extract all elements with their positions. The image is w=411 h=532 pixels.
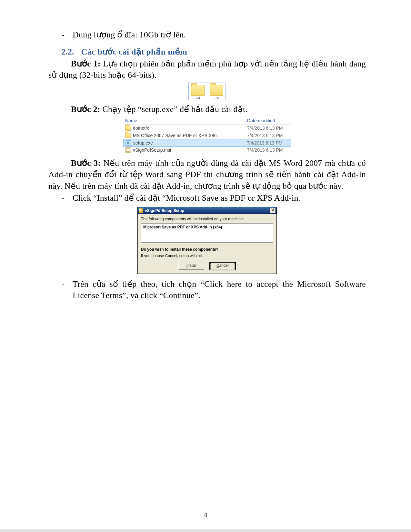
step3-sub-a-text: Click “Install” để cài đặt “Microsoft Sa… — [73, 192, 300, 204]
step3-sub-a: - Click “Install” để cài đặt “Microsoft … — [48, 192, 366, 204]
step3-paragraph: Bước 3: Nếu trên máy tính của người dùng… — [48, 157, 366, 191]
folder-label: x64 — [190, 96, 206, 100]
dialog-titlebar: vSignPdfSetup Setup ✕ — [138, 207, 276, 214]
exe-icon — [125, 140, 131, 146]
section-number: 2.2. — [61, 47, 79, 57]
step3-sub-b-text: Trên cửa sổ tiếp theo, tích chọn “Click … — [73, 278, 366, 301]
filelist: Name Date modified dotnetfx7/4/2013 6:13… — [123, 117, 291, 154]
dialog-cancel-note: If you choose Cancel, setup will exit. — [141, 254, 273, 258]
step1-paragraph: Bước 1: Lựa chọn phiên bản phần mềm phù … — [48, 58, 366, 81]
setup-dialog: vSignPdfSetup Setup ✕ The following comp… — [137, 207, 277, 274]
page-number: 4 — [0, 511, 411, 519]
figure-folders: x64 x86 — [48, 83, 366, 100]
step2-label: Bước 2: — [71, 105, 100, 114]
folder-icon — [191, 85, 205, 96]
filelist-row[interactable]: MS Office 2007 Save as PDF or XPS X867/4… — [123, 132, 291, 139]
bullet-text: Dung lượng ổ đĩa: 10Gb trở lên. — [73, 29, 186, 40]
filelist-row[interactable]: setup.exe7/4/2013 6:13 PM — [123, 139, 291, 147]
component-list: Microsoft Save as PDF or XPS Add-in (x64… — [141, 223, 273, 243]
dialog-body: The following components will be install… — [138, 214, 276, 274]
header-name: Name — [125, 118, 247, 123]
filelist-filename: MS Office 2007 Save as PDF or XPS X86 — [133, 133, 217, 138]
step1-label: Bước 1: — [71, 59, 101, 68]
bullet-dash: - — [48, 29, 73, 40]
installer-icon — [139, 208, 143, 213]
figure-filelist: Name Date modified dotnetfx7/4/2013 6:13… — [48, 117, 366, 154]
filelist-date-cell: 7/4/2013 6:13 PM — [247, 147, 289, 153]
folder-icon — [125, 133, 131, 138]
filelist-row[interactable]: vSignPdfSetup.msi7/4/2013 6:13 PM — [123, 146, 291, 154]
step2-text: Chạy tệp “setup.exe” để bắt đầu cài đặt. — [100, 105, 247, 114]
filelist-filename: setup.exe — [133, 140, 153, 146]
dialog-button-row: Install Cancel — [141, 262, 273, 270]
filelist-date-cell: 7/4/2013 6:13 PM — [247, 140, 289, 146]
cancel-button[interactable]: Cancel — [209, 262, 236, 270]
step2-paragraph: Bước 2: Chạy tệp “setup.exe” để bắt đầu … — [48, 104, 366, 115]
filelist-filename: vSignPdfSetup.msi — [133, 147, 171, 153]
step3-label: Bước 3: — [71, 158, 101, 168]
bullet-dash: - — [48, 192, 73, 204]
close-icon[interactable]: ✕ — [270, 208, 276, 213]
filelist-name-cell: vSignPdfSetup.msi — [125, 147, 247, 153]
filelist-filename: dotnetfx — [133, 125, 149, 131]
filelist-name-cell: setup.exe — [125, 140, 247, 146]
folder-item: x86 — [209, 85, 224, 100]
filelist-row[interactable]: dotnetfx7/4/2013 6:13 PM — [123, 125, 291, 132]
dialog-message: The following components will be install… — [141, 217, 273, 221]
folder-icon — [125, 125, 131, 131]
section-title: Các bước cài đặt phần mềm — [81, 47, 187, 56]
filelist-header: Name Date modified — [123, 117, 291, 125]
dialog-question: Do you wish to install these components? — [141, 247, 273, 252]
dialog-title-text: vSignPdfSetup Setup — [145, 208, 268, 213]
filelist-name-cell: dotnetfx — [125, 125, 247, 131]
folder-icon — [210, 85, 223, 96]
bullet-dash: - — [48, 278, 73, 290]
header-date: Date modified — [247, 118, 289, 123]
bullet-disk-space: - Dung lượng ổ đĩa: 10Gb trở lên. — [48, 29, 366, 40]
step3-sub-b: - Trên cửa sổ tiếp theo, tích chọn “Clic… — [48, 278, 366, 301]
page-shadow — [0, 529, 411, 532]
section-heading: 2.2. Các bước cài đặt phần mềm — [61, 47, 366, 57]
install-button[interactable]: Install — [178, 262, 204, 270]
folders-box: x64 x86 — [188, 83, 226, 100]
filelist-date-cell: 7/4/2013 6:13 PM — [247, 133, 289, 138]
folder-label: x86 — [209, 96, 224, 100]
component-item: Microsoft Save as PDF or XPS Add-in (x64… — [143, 225, 222, 229]
msi-icon — [125, 147, 131, 153]
figure-setup-dialog: vSignPdfSetup Setup ✕ The following comp… — [48, 207, 366, 274]
filelist-name-cell: MS Office 2007 Save as PDF or XPS X86 — [125, 133, 247, 138]
filelist-date-cell: 7/4/2013 6:13 PM — [247, 125, 289, 131]
folder-item: x64 — [190, 85, 206, 100]
